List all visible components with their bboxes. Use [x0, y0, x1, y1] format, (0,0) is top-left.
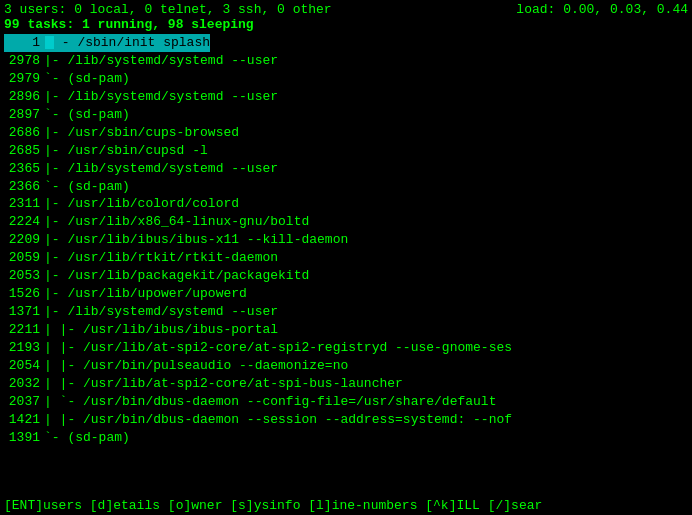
proc-name-cell: | |- /usr/lib/ibus/ibus-portal: [44, 321, 278, 339]
table-row[interactable]: 1421 | |- /usr/bin/dbus-daemon --session…: [4, 411, 688, 429]
terminal: 3 users: 0 local, 0 telnet, 3 ssh, 0 oth…: [0, 0, 692, 515]
proc-name-cell: - /sbin/init splash: [54, 35, 210, 50]
pid-cell: 2224: [4, 213, 44, 231]
pid-cell: 2054: [4, 357, 44, 375]
proc-name-cell: `- (sd-pam): [44, 178, 130, 196]
cursor-block: [45, 36, 54, 49]
footer-text: [ENT]users [d]etails [o]wner [s]ysinfo […: [4, 498, 542, 513]
pid-cell: 2211: [4, 321, 44, 339]
pid-cell: 2059: [4, 249, 44, 267]
table-row[interactable]: 2037 | `- /usr/bin/dbus-daemon --config-…: [4, 393, 688, 411]
table-row[interactable]: 2897 `- (sd-pam): [4, 106, 688, 124]
pid-cell: 2366: [4, 178, 44, 196]
proc-name-cell: |- /lib/systemd/systemd --user: [44, 88, 278, 106]
table-row[interactable]: 2053 |- /usr/lib/packagekit/packagekitd: [4, 267, 688, 285]
proc-name-cell: | |- /usr/bin/pulseaudio --daemonize=no: [44, 357, 348, 375]
pid-cell: 1421: [4, 411, 44, 429]
table-row[interactable]: 2979 `- (sd-pam): [4, 70, 688, 88]
table-row[interactable]: 2193 | |- /usr/lib/at-spi2-core/at-spi2-…: [4, 339, 688, 357]
process-list: 1 - /sbin/init splash2978 |- /lib/system…: [4, 34, 688, 447]
proc-name-cell: |- /lib/systemd/systemd --user: [44, 52, 278, 70]
table-row[interactable]: 2209 |- /usr/lib/ibus/ibus-x11 --kill-da…: [4, 231, 688, 249]
pid-cell: 2032: [4, 375, 44, 393]
table-row[interactable]: 2311 |- /usr/lib/colord/colord: [4, 195, 688, 213]
table-row[interactable]: 2211 | |- /usr/lib/ibus/ibus-portal: [4, 321, 688, 339]
tasks-info: 99 tasks: 1 running, 98 sleeping: [4, 17, 688, 32]
load-info: load: 0.00, 0.03, 0.44: [516, 2, 688, 17]
pid-cell: 2365: [4, 160, 44, 178]
proc-name-cell: |- /usr/lib/rtkit/rtkit-daemon: [44, 249, 278, 267]
pid-cell: 1371: [4, 303, 44, 321]
table-row[interactable]: 2032 | |- /usr/lib/at-spi2-core/at-spi-b…: [4, 375, 688, 393]
proc-name-cell: | |- /usr/lib/at-spi2-core/at-spi2-regis…: [44, 339, 512, 357]
footer-bar: [ENT]users [d]etails [o]wner [s]ysinfo […: [0, 496, 692, 515]
proc-name-cell: |- /usr/lib/ibus/ibus-x11 --kill-daemon: [44, 231, 348, 249]
proc-name-cell: |- /usr/sbin/cupsd -l: [44, 142, 208, 160]
table-row[interactable]: 2366 `- (sd-pam): [4, 178, 688, 196]
proc-name-cell: |- /usr/lib/x86_64-linux-gnu/boltd: [44, 213, 309, 231]
proc-name-cell: `- (sd-pam): [44, 429, 130, 447]
header-users-load: 3 users: 0 local, 0 telnet, 3 ssh, 0 oth…: [4, 2, 688, 17]
table-row[interactable]: 2978 |- /lib/systemd/systemd --user: [4, 52, 688, 70]
table-row[interactable]: 1526 |- /usr/lib/upower/upowerd: [4, 285, 688, 303]
proc-name-cell: |- /usr/lib/colord/colord: [44, 195, 239, 213]
table-row[interactable]: 2896 |- /lib/systemd/systemd --user: [4, 88, 688, 106]
pid-cell: 2897: [4, 106, 44, 124]
table-row[interactable]: 2685 |- /usr/sbin/cupsd -l: [4, 142, 688, 160]
pid-cell: 2193: [4, 339, 44, 357]
pid-cell: 2053: [4, 267, 44, 285]
table-row[interactable]: 2059 |- /usr/lib/rtkit/rtkit-daemon: [4, 249, 688, 267]
pid-cell: 2037: [4, 393, 44, 411]
table-row[interactable]: 1 - /sbin/init splash: [4, 34, 688, 52]
proc-name-cell: | `- /usr/bin/dbus-daemon --config-file=…: [44, 393, 496, 411]
pid-cell: 2896: [4, 88, 44, 106]
users-info: 3 users: 0 local, 0 telnet, 3 ssh, 0 oth…: [4, 2, 332, 17]
pid-cell: 1526: [4, 285, 44, 303]
proc-name-cell: |- /usr/lib/packagekit/packagekitd: [44, 267, 309, 285]
pid-cell: 2685: [4, 142, 44, 160]
proc-name-cell: `- (sd-pam): [44, 70, 130, 88]
proc-name-cell: |- /lib/systemd/systemd --user: [44, 303, 278, 321]
pid-cell: 2686: [4, 124, 44, 142]
proc-name-cell: | |- /usr/lib/at-spi2-core/at-spi-bus-la…: [44, 375, 403, 393]
table-row[interactable]: 2224 |- /usr/lib/x86_64-linux-gnu/boltd: [4, 213, 688, 231]
table-row[interactable]: 2686 |- /usr/sbin/cups-browsed: [4, 124, 688, 142]
table-row[interactable]: 2365 |- /lib/systemd/systemd --user: [4, 160, 688, 178]
pid-cell: 2311: [4, 195, 44, 213]
pid-cell: 2978: [4, 52, 44, 70]
proc-name-cell: |- /usr/sbin/cups-browsed: [44, 124, 239, 142]
proc-name-cell: |- /lib/systemd/systemd --user: [44, 160, 278, 178]
pid-cell: 2979: [4, 70, 44, 88]
pid-cell: 1391: [4, 429, 44, 447]
proc-name-cell: `- (sd-pam): [44, 106, 130, 124]
table-row[interactable]: 1371 |- /lib/systemd/systemd --user: [4, 303, 688, 321]
table-row[interactable]: 2054 | |- /usr/bin/pulseaudio --daemoniz…: [4, 357, 688, 375]
proc-name-cell: | |- /usr/bin/dbus-daemon --session --ad…: [44, 411, 512, 429]
table-row[interactable]: 1391 `- (sd-pam): [4, 429, 688, 447]
proc-name-cell: |- /usr/lib/upower/upowerd: [44, 285, 247, 303]
pid-cell: 1: [4, 34, 44, 52]
pid-cell: 2209: [4, 231, 44, 249]
